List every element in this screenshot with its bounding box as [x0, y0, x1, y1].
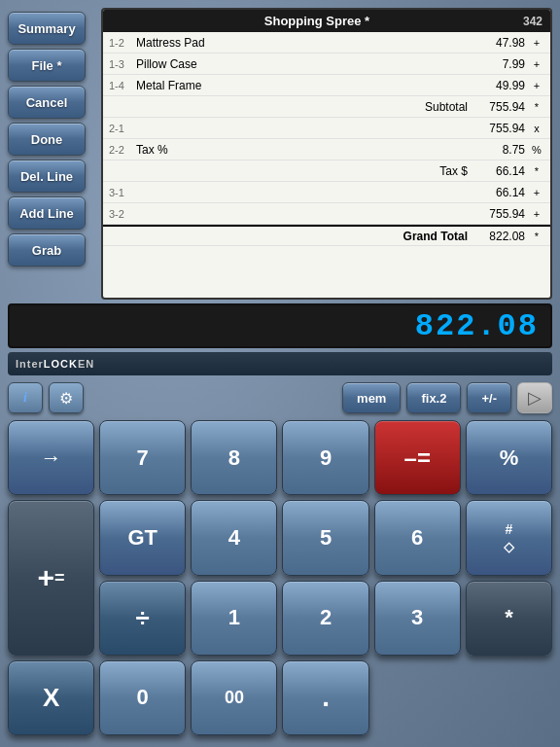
key-plus[interactable]: +=: [8, 500, 94, 656]
key-decimal[interactable]: .: [282, 660, 368, 735]
app-container: Summary File * Cancel Done Del. Line Add…: [0, 0, 560, 747]
tape-row-tax: Tax $ 66.14 *: [103, 160, 550, 182]
brand-text: InterLOCKEN: [16, 358, 94, 370]
key-1[interactable]: 1: [191, 581, 277, 656]
key-6[interactable]: 6: [374, 500, 461, 575]
key-gt[interactable]: GT: [99, 500, 186, 575]
brand-bar: InterLOCKEN: [8, 352, 552, 375]
tape-body[interactable]: 1-2 Mattress Pad 47.98 + 1-3 Pillow Case…: [103, 32, 550, 293]
done-button[interactable]: Done: [8, 123, 86, 156]
tape-row: 3-2 755.94 +: [103, 203, 550, 225]
tape-row: 2-2 Tax % 8.75 %: [103, 139, 550, 160]
tape-container: Shopping Spree * 342 1-2 Mattress Pad 47…: [101, 8, 552, 300]
info-button[interactable]: i: [8, 382, 43, 413]
tape-number: 342: [523, 15, 542, 28]
tape-row: 2-1 755.94 x: [103, 118, 550, 139]
tape-row-subtotal: Subtotal 755.94 *: [103, 96, 550, 118]
keypad: → 7 8 9 –= % GT 4 5 6 += #◇ ÷ 1 2 3 * X …: [8, 420, 552, 739]
file-button[interactable]: File *: [8, 49, 86, 82]
key-double-zero[interactable]: 00: [191, 660, 277, 735]
key-divide[interactable]: ÷: [99, 581, 186, 656]
display-screen: 822.08: [8, 303, 552, 348]
key-0[interactable]: 0: [99, 660, 186, 735]
key-star[interactable]: *: [466, 581, 552, 656]
key-8[interactable]: 8: [191, 420, 277, 495]
add-line-button[interactable]: Add Line: [8, 196, 86, 230]
display-value: 822.08: [415, 308, 539, 344]
key-3[interactable]: 3: [374, 581, 461, 656]
key-7[interactable]: 7: [99, 420, 186, 495]
plusminus-button[interactable]: +/-: [467, 382, 511, 413]
sidebar: Summary File * Cancel Done Del. Line Add…: [8, 8, 95, 300]
key-multiply[interactable]: X: [8, 660, 94, 735]
key-2[interactable]: 2: [282, 581, 368, 656]
tape-row-grand-total: Grand Total 822.08 *: [103, 225, 550, 246]
key-9[interactable]: 9: [282, 420, 368, 495]
info-icon: i: [23, 390, 27, 406]
next-arrow-button[interactable]: ▷: [517, 382, 552, 413]
summary-button[interactable]: Summary: [8, 12, 86, 45]
settings-button[interactable]: ⚙: [49, 382, 84, 413]
fix2-button[interactable]: fix.2: [406, 382, 461, 413]
tape-row: 1-2 Mattress Pad 47.98 +: [103, 32, 550, 53]
function-bar: i ⚙ mem fix.2 +/- ▷: [8, 379, 552, 416]
grab-button[interactable]: Grab: [8, 233, 86, 267]
key-equals[interactable]: –=: [374, 420, 461, 495]
tape-row: 1-4 Metal Frame 49.99 +: [103, 75, 550, 96]
gear-icon: ⚙: [59, 389, 73, 408]
key-4[interactable]: 4: [191, 500, 277, 575]
tape-header: Shopping Spree * 342: [103, 10, 550, 32]
tape-row: 3-1 66.14 +: [103, 182, 550, 203]
tape-title: Shopping Spree *: [111, 14, 523, 28]
top-section: Summary File * Cancel Done Del. Line Add…: [8, 8, 552, 300]
chevron-right-icon: ▷: [528, 387, 542, 409]
arrow-key[interactable]: →: [8, 420, 94, 495]
key-percent[interactable]: %: [466, 420, 552, 495]
mem-button[interactable]: mem: [342, 382, 401, 413]
cancel-button[interactable]: Cancel: [8, 86, 86, 119]
del-line-button[interactable]: Del. Line: [8, 160, 86, 193]
tape-row: 1-3 Pillow Case 7.99 +: [103, 53, 550, 75]
key-5[interactable]: 5: [282, 500, 368, 575]
key-hash[interactable]: #◇: [466, 500, 552, 575]
